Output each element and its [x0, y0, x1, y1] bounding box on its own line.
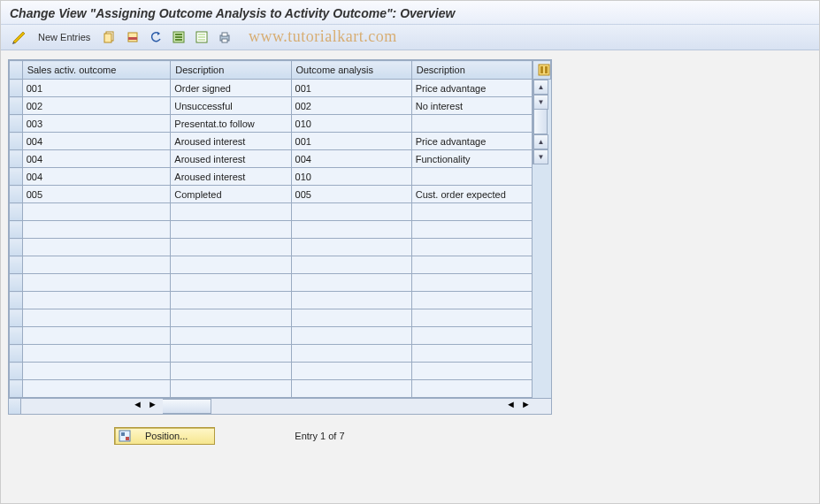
cell-empty[interactable] — [22, 309, 171, 327]
table-row-empty[interactable] — [10, 274, 533, 292]
cell-empty[interactable] — [291, 239, 411, 256]
row-handle[interactable] — [10, 309, 23, 327]
cell-outcome[interactable]: 004 — [22, 150, 171, 168]
cell-empty[interactable] — [291, 292, 411, 309]
cell-adesc[interactable]: Functionality — [411, 150, 532, 168]
hscroll-left2-icon[interactable]: ◄ — [506, 399, 521, 414]
table-row[interactable]: 004Aroused interest001Price advantage — [10, 133, 533, 150]
cell-analysis[interactable]: 004 — [291, 150, 411, 168]
table-row-empty[interactable] — [10, 380, 533, 398]
undo-icon[interactable] — [147, 28, 165, 46]
table-row-empty[interactable] — [10, 292, 533, 309]
row-handle[interactable] — [10, 203, 23, 221]
select-all-icon[interactable] — [170, 28, 188, 46]
new-entries-button[interactable]: New Entries — [33, 30, 96, 44]
cell-outcome[interactable]: 005 — [22, 186, 171, 203]
col-outcome[interactable]: Sales activ. outcome — [22, 61, 171, 80]
position-button[interactable]: Position... — [114, 427, 215, 445]
col-desc2[interactable]: Description — [411, 61, 532, 80]
row-handle[interactable] — [10, 115, 23, 133]
hscroll-thumb[interactable] — [163, 399, 211, 414]
cell-empty[interactable] — [411, 345, 532, 363]
cell-empty[interactable] — [171, 363, 291, 380]
scroll-down-icon[interactable]: ▼ — [533, 95, 548, 110]
cell-empty[interactable] — [171, 239, 291, 256]
cell-analysis[interactable]: 001 — [291, 80, 411, 97]
cell-empty[interactable] — [22, 327, 171, 345]
cell-empty[interactable] — [22, 274, 171, 292]
table-row[interactable]: 003Presentat.to follow010 — [10, 115, 533, 133]
cell-empty[interactable] — [22, 256, 171, 274]
cell-empty[interactable] — [411, 380, 532, 398]
table-row[interactable]: 001Order signed001Price advantage — [10, 80, 533, 97]
cell-empty[interactable] — [171, 380, 291, 398]
table-row-empty[interactable] — [10, 345, 533, 363]
cell-empty[interactable] — [22, 363, 171, 380]
hscroll-right1-icon[interactable]: ► — [148, 399, 163, 414]
row-handle[interactable] — [10, 327, 23, 345]
cell-empty[interactable] — [22, 292, 171, 309]
cell-empty[interactable] — [171, 327, 291, 345]
cell-adesc[interactable] — [411, 115, 532, 133]
delete-icon[interactable] — [124, 28, 142, 46]
row-handle[interactable] — [10, 239, 23, 256]
table-row-empty[interactable] — [10, 221, 533, 239]
cell-outcome[interactable]: 002 — [22, 97, 171, 115]
deselect-all-icon[interactable] — [193, 28, 211, 46]
cell-empty[interactable] — [411, 239, 532, 256]
cell-empty[interactable] — [411, 274, 532, 292]
cell-empty[interactable] — [22, 203, 171, 221]
scroll-thumb[interactable] — [533, 110, 548, 134]
table-row[interactable]: 005Completed005Cust. order expected — [10, 186, 533, 203]
cell-desc[interactable]: Unsuccessful — [171, 97, 291, 115]
cell-empty[interactable] — [171, 256, 291, 274]
copy-icon[interactable] — [101, 28, 119, 46]
cell-outcome[interactable]: 004 — [22, 133, 171, 150]
cell-empty[interactable] — [171, 203, 291, 221]
row-handle[interactable] — [10, 380, 23, 398]
col-desc1[interactable]: Description — [171, 61, 291, 80]
table-row-empty[interactable] — [10, 363, 533, 380]
cell-desc[interactable]: Aroused interest — [171, 133, 291, 150]
scroll-up2-icon[interactable]: ▲ — [533, 134, 548, 149]
col-analysis[interactable]: Outcome analysis — [291, 61, 411, 80]
table-row[interactable]: 004Aroused interest004Functionality — [10, 150, 533, 168]
cell-outcome[interactable]: 001 — [22, 80, 171, 97]
table-row-empty[interactable] — [10, 239, 533, 256]
cell-adesc[interactable]: Cust. order expected — [411, 186, 532, 203]
table-row-empty[interactable] — [10, 327, 533, 345]
cell-empty[interactable] — [291, 363, 411, 380]
cell-empty[interactable] — [171, 309, 291, 327]
scroll-down2-icon[interactable]: ▼ — [533, 149, 548, 164]
cell-adesc[interactable] — [411, 168, 532, 186]
cell-adesc[interactable]: Price advantage — [411, 80, 532, 97]
cell-empty[interactable] — [411, 221, 532, 239]
cell-analysis[interactable]: 001 — [291, 133, 411, 150]
cell-empty[interactable] — [411, 203, 532, 221]
cell-desc[interactable]: Aroused interest — [171, 168, 291, 186]
print-icon[interactable] — [216, 28, 234, 46]
row-handle[interactable] — [10, 345, 23, 363]
cell-empty[interactable] — [291, 309, 411, 327]
cell-desc[interactable]: Aroused interest — [171, 150, 291, 168]
cell-empty[interactable] — [291, 203, 411, 221]
table-row[interactable]: 004Aroused interest010 — [10, 168, 533, 186]
hscroll-track[interactable] — [211, 399, 506, 414]
cell-desc[interactable]: Presentat.to follow — [171, 115, 291, 133]
row-handle[interactable] — [10, 80, 23, 97]
row-handle[interactable] — [10, 274, 23, 292]
row-handle[interactable] — [10, 256, 23, 274]
cell-empty[interactable] — [171, 345, 291, 363]
cell-empty[interactable] — [291, 327, 411, 345]
cell-desc[interactable]: Completed — [171, 186, 291, 203]
cell-empty[interactable] — [291, 345, 411, 363]
table-row[interactable]: 002Unsuccessful002No interest — [10, 97, 533, 115]
cell-empty[interactable] — [171, 274, 291, 292]
hscroll-right2-icon[interactable]: ► — [521, 399, 536, 414]
horizontal-scrollbar[interactable]: ◄ ► ◄ ► — [9, 398, 551, 414]
row-handle[interactable] — [10, 221, 23, 239]
row-handle[interactable] — [10, 186, 23, 203]
cell-empty[interactable] — [22, 380, 171, 398]
cell-empty[interactable] — [411, 309, 532, 327]
table-row-empty[interactable] — [10, 203, 533, 221]
